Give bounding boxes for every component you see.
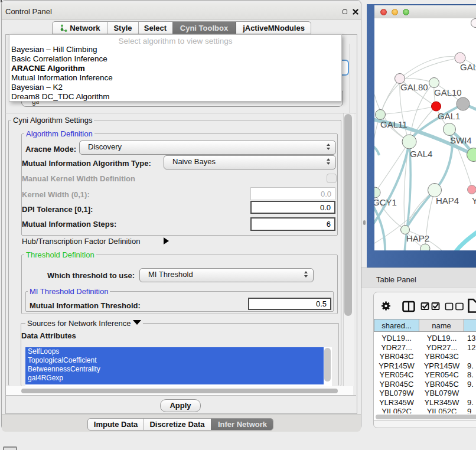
svg-text:GAL10: GAL10	[434, 87, 462, 97]
svg-text:GAL11: GAL11	[380, 119, 407, 129]
svg-text:GAL80: GAL80	[400, 82, 428, 92]
svg-text:SWI4: SWI4	[450, 135, 472, 145]
svg-text:GCY1: GCY1	[374, 197, 397, 207]
svg-text:GAL4: GAL4	[410, 149, 432, 159]
svg-text:GAL1: GAL1	[438, 111, 460, 121]
svg-text:GAL7: GAL7	[460, 62, 476, 72]
svg-text:HAP4: HAP4	[436, 195, 459, 206]
svg-text:YBR: YBR	[472, 195, 476, 206]
svg-text:HAP2: HAP2	[406, 233, 429, 243]
